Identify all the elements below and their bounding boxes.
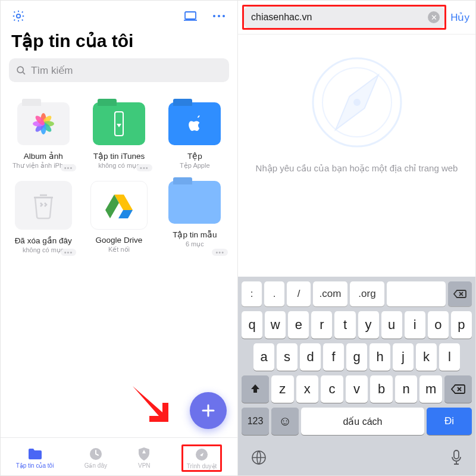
folder-icon	[168, 181, 221, 224]
tile-label: Tệp	[187, 151, 202, 161]
tile-more-icon[interactable]: •••	[212, 249, 228, 256]
tab-vpn[interactable]: VPN	[137, 447, 151, 469]
sug-key[interactable]: /	[287, 281, 311, 306]
tile-label: Tập tin mẫu	[173, 230, 217, 239]
search-input[interactable]: Tìm kiếm	[9, 58, 229, 82]
tile-trash[interactable]: Đã xóa gần đây không có mục •••	[7, 178, 80, 257]
key[interactable]: g	[346, 343, 367, 371]
trash-icon	[15, 181, 72, 230]
key[interactable]: y	[358, 311, 379, 339]
tile-album[interactable]: Album ảnh Thư viện ảnh iPhone •••	[7, 100, 80, 173]
key[interactable]: b	[370, 375, 393, 403]
browser-prompt: Nhập yêu cầu của bạn hoặc một địa chỉ tr…	[244, 162, 470, 175]
key[interactable]: u	[381, 311, 402, 339]
sug-key[interactable]: :	[242, 281, 262, 306]
key[interactable]: t	[334, 311, 355, 339]
svg-point-5	[17, 67, 23, 73]
tab-recent[interactable]: Gần đây	[84, 447, 107, 469]
tile-more-icon[interactable]: •••	[136, 164, 152, 171]
sug-backspace-icon[interactable]	[448, 281, 472, 306]
tab-files[interactable]: Tập tin của tôi	[16, 447, 54, 469]
globe-icon[interactable]	[251, 450, 267, 468]
key[interactable]: x	[296, 375, 319, 403]
key[interactable]: n	[395, 375, 418, 403]
laptop-icon[interactable]	[183, 10, 198, 22]
key[interactable]: s	[277, 343, 298, 371]
key[interactable]: z	[271, 375, 294, 403]
sug-key[interactable]: .org	[350, 281, 384, 306]
left-topbar	[1, 1, 237, 26]
tile-label: Tập tin iTunes	[93, 151, 145, 161]
clear-icon[interactable]: ✕	[428, 11, 440, 23]
tile-itunes[interactable]: Tập tin iTunes không có mục •••	[82, 100, 155, 173]
tile-sub: Tệp Apple	[180, 162, 209, 170]
cancel-button[interactable]: Hủy	[450, 11, 469, 24]
more-icon[interactable]	[211, 13, 227, 19]
tile-sub: Kết nối	[108, 246, 130, 254]
browser-empty-state: Nhập yêu cầu của bạn hoặc một địa chỉ tr…	[238, 35, 475, 277]
key[interactable]: h	[369, 343, 390, 371]
key[interactable]: d	[300, 343, 321, 371]
keyboard-row-1: q w e r t y u i o p	[240, 311, 473, 339]
key[interactable]: w	[265, 311, 286, 339]
tab-label: VPN	[138, 462, 151, 469]
go-key[interactable]: Đi	[427, 408, 472, 435]
sug-key[interactable]: .com	[313, 281, 347, 306]
keyboard-row-3: z x c v b n m	[240, 375, 473, 403]
svg-point-3	[218, 15, 220, 17]
page-title: Tập tin của tôi	[1, 26, 237, 58]
tile-more-icon[interactable]: •••	[61, 249, 77, 256]
backspace-key[interactable]	[444, 375, 472, 403]
tile-sample[interactable]: Tập tin mẫu 6 mục •••	[158, 178, 231, 257]
gdrive-icon	[90, 181, 148, 230]
tile-sub: không có mục	[23, 246, 64, 255]
shield-icon	[137, 447, 151, 461]
space-key[interactable]: dấu cách	[301, 408, 424, 435]
numbers-key[interactable]: 123	[242, 408, 269, 435]
tab-browser[interactable]: Trình duyệt	[181, 444, 223, 472]
emoji-key[interactable]: ☺	[271, 408, 299, 435]
sug-spacer	[387, 281, 446, 306]
key[interactable]: c	[321, 375, 343, 403]
tile-sub: 6 mục	[186, 240, 204, 249]
itunes-folder-icon	[93, 102, 145, 145]
key[interactable]: f	[323, 343, 344, 371]
apple-folder-icon	[168, 102, 221, 145]
compass-large-icon	[309, 55, 405, 150]
tile-files[interactable]: Tệp Tệp Apple	[158, 100, 231, 173]
tile-label: Đã xóa gần đây	[15, 236, 72, 245]
tab-bar: Tập tin của tôi Gần đây VPN Trình duyệt	[1, 437, 237, 475]
key[interactable]: e	[288, 311, 309, 339]
key[interactable]: m	[419, 375, 442, 403]
key[interactable]: p	[451, 311, 472, 339]
key[interactable]: j	[393, 343, 414, 371]
folder-icon	[27, 447, 43, 461]
shift-key[interactable]	[242, 375, 269, 403]
sug-key[interactable]: .	[264, 281, 284, 306]
tile-gdrive[interactable]: Google Drive Kết nối	[82, 178, 155, 257]
key[interactable]: i	[405, 311, 425, 339]
keyboard-bottom-bar	[238, 443, 475, 475]
keyboard: : . / .com .org q w e r t y u i o p a s …	[238, 277, 475, 443]
key[interactable]: l	[439, 343, 460, 371]
svg-rect-22	[454, 450, 459, 459]
mic-icon[interactable]	[450, 449, 462, 468]
keyboard-row-2: a s d f g h j k l	[240, 343, 473, 371]
tab-label: Tập tin của tôi	[16, 462, 54, 469]
key[interactable]: o	[428, 311, 449, 339]
address-bar: ✕ Hủy	[238, 1, 475, 35]
add-button[interactable]	[190, 392, 227, 429]
tile-more-icon[interactable]: •••	[61, 164, 77, 171]
browser-pane: ✕ Hủy Nhập yêu cầu của bạn hoặc một địa …	[238, 1, 475, 475]
url-input[interactable]	[244, 7, 444, 28]
key[interactable]: r	[311, 311, 332, 339]
key[interactable]: k	[416, 343, 437, 371]
compass-icon	[195, 447, 209, 462]
tile-label: Album ảnh	[24, 151, 63, 161]
clock-icon	[89, 447, 103, 461]
key[interactable]: v	[346, 375, 368, 403]
key[interactable]: a	[253, 343, 274, 371]
tile-label: Google Drive	[96, 236, 143, 245]
gear-icon[interactable]	[11, 9, 26, 23]
key[interactable]: q	[242, 311, 262, 339]
